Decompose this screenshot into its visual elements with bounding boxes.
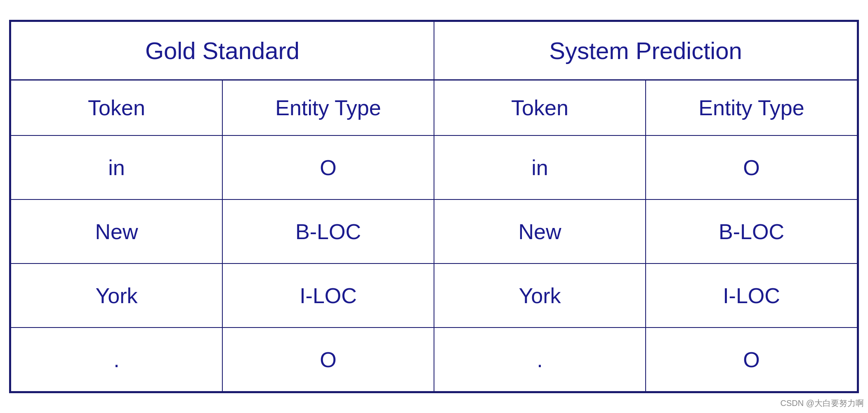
- pred-entity-cell: O: [646, 328, 857, 392]
- gold-token-col-header: Token: [11, 80, 222, 136]
- pred-token-cell: .: [434, 328, 646, 392]
- system-prediction-header: System Prediction: [434, 21, 857, 80]
- table-row: .O.O: [11, 328, 857, 392]
- pred-entity-cell: B-LOC: [646, 199, 857, 263]
- pred-token-cell: York: [434, 263, 646, 328]
- ner-comparison-table: Gold Standard System Prediction Token En…: [10, 21, 858, 392]
- pred-token-cell: New: [434, 199, 646, 263]
- pred-token-cell: in: [434, 135, 646, 199]
- gold-token-cell: New: [11, 199, 222, 263]
- main-table-container: Gold Standard System Prediction Token En…: [9, 20, 859, 393]
- gold-standard-header: Gold Standard: [11, 21, 434, 80]
- watermark: CSDN @大白要努力啊: [780, 398, 864, 409]
- pred-entity-cell: I-LOC: [646, 263, 857, 328]
- gold-token-cell: York: [11, 263, 222, 328]
- gold-entity-cell: O: [222, 328, 434, 392]
- pred-entity-cell: O: [646, 135, 857, 199]
- table-row: YorkI-LOCYorkI-LOC: [11, 263, 857, 328]
- pred-entity-col-header: Entity Type: [646, 80, 857, 136]
- gold-entity-cell: O: [222, 135, 434, 199]
- gold-token-cell: .: [11, 328, 222, 392]
- gold-token-cell: in: [11, 135, 222, 199]
- gold-entity-col-header: Entity Type: [222, 80, 434, 136]
- pred-token-col-header: Token: [434, 80, 646, 136]
- table-row: inOinO: [11, 135, 857, 199]
- gold-entity-cell: I-LOC: [222, 263, 434, 328]
- table-row: NewB-LOCNewB-LOC: [11, 199, 857, 263]
- gold-entity-cell: B-LOC: [222, 199, 434, 263]
